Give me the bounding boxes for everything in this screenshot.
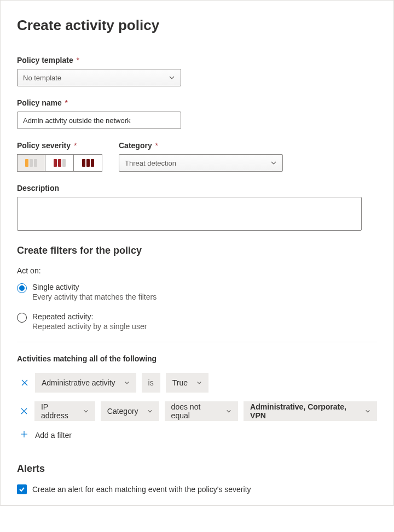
repeated-activity-title: Repeated activity: [32,312,147,321]
category-select[interactable]: Threat detection [119,154,283,172]
chevron-down-icon [83,408,89,414]
policy-template-select[interactable]: No template [17,69,181,86]
filter-row: IP address Category does not equal Admin… [17,401,377,421]
alerts-heading: Alerts [17,463,377,475]
single-activity-sub: Every activity that matches the filters [32,293,157,301]
divider [17,342,377,342]
policy-template-label: Policy template [17,56,73,65]
filters-heading: Create filters for the policy [17,245,377,256]
remove-filter-button[interactable] [20,407,29,415]
severity-high-button[interactable] [74,154,102,172]
chevron-down-icon [124,380,130,385]
description-field: Description [17,184,377,231]
chevron-down-icon [147,408,153,414]
chevron-down-icon [196,380,202,385]
filter-field-select[interactable]: IP address [34,401,95,421]
act-on-label: Act on: [17,266,377,275]
chevron-down-icon [169,74,175,81]
create-activity-policy-page: Create activity policy Policy template *… [0,0,394,506]
act-on-repeated-option[interactable]: Repeated activity: Repeated activity by … [17,312,377,331]
policy-name-field: Policy name * Admin activity outside the… [17,98,377,129]
alert-checkbox-row[interactable]: Create an alert for each matching event … [17,484,377,494]
description-label: Description [17,184,377,192]
category-field: Category * Threat detection [119,141,283,172]
severity-low-button[interactable] [17,154,45,172]
checkbox-checked-icon [17,484,27,494]
chevron-down-icon [270,160,277,166]
filter-row: Administrative activity is True [17,373,377,393]
filter-operator-chip[interactable]: is [142,373,160,393]
category-value: Threat detection [125,159,176,167]
policy-name-value: Admin activity outside the network [23,116,131,125]
policy-name-input[interactable]: Admin activity outside the network [17,112,181,129]
filter-value-select[interactable]: True [166,373,208,393]
remove-filter-button[interactable] [20,379,30,387]
radio-unselected-icon [17,313,27,323]
repeated-activity-sub: Repeated activity by a single user [32,322,147,331]
policy-severity-field: Policy severity * [17,141,102,172]
activities-matching-label: Activities matching all of the following [17,354,377,363]
policy-template-field: Policy template * No template [17,56,377,86]
filter-value-select[interactable]: Administrative, Corporate, VPN [244,401,377,421]
description-textarea[interactable] [17,197,362,231]
single-activity-title: Single activity [32,283,157,291]
filter-subfield-select[interactable]: Category [101,401,159,421]
filter-field-select[interactable]: Administrative activity [35,373,136,393]
alert-checkbox-label: Create an alert for each matching event … [32,485,251,494]
filter-operator-select[interactable]: does not equal [165,401,239,421]
category-label: Category [119,141,152,150]
chevron-down-icon [226,408,231,414]
policy-severity-label: Policy severity [17,141,71,150]
act-on-single-option[interactable]: Single activity Every activity that matc… [17,283,377,301]
page-title: Create activity policy [17,17,377,34]
policy-name-label: Policy name [17,98,62,107]
add-filter-button[interactable]: Add a filter [17,430,377,440]
chevron-down-icon [365,408,370,414]
severity-medium-button[interactable] [45,154,74,172]
radio-selected-icon [17,283,27,293]
severity-toggle-group [17,154,102,172]
plus-icon [20,430,28,440]
policy-template-value: No template [23,74,61,82]
